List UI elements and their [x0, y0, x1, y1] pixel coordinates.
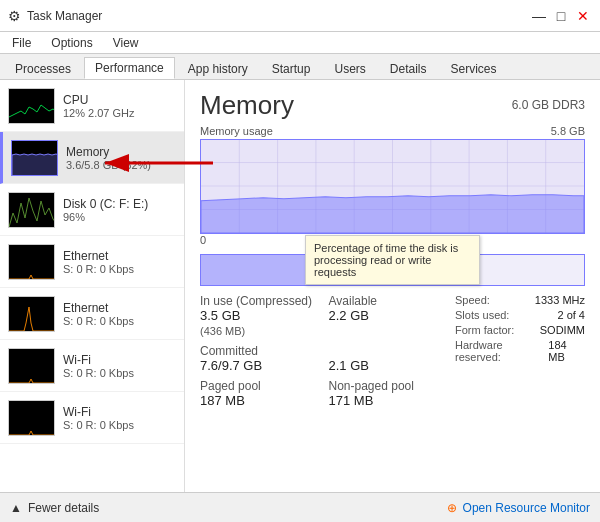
- wifi2-info: Wi-Fi S: 0 R: 0 Kbps: [63, 405, 176, 431]
- chevron-up-icon: ▲: [10, 501, 22, 515]
- memory-usage-section: Memory usage 5.8 GB: [200, 125, 585, 246]
- graph-max: 5.8 GB: [551, 125, 585, 139]
- wifi2-mini-graph: [8, 400, 55, 436]
- sidebar-item-memory[interactable]: Memory 3.6/5.8 GB (62%): [0, 132, 184, 184]
- disk-name: Disk 0 (C: F: E:): [63, 197, 176, 211]
- tab-startup[interactable]: Startup: [261, 57, 322, 79]
- panel-spec: 6.0 GB DDR3: [512, 98, 585, 112]
- maximize-button[interactable]: □: [552, 7, 570, 25]
- in-use-value: 3.5 GB (436 MB): [200, 308, 317, 338]
- title-icon: ⚙: [8, 8, 21, 24]
- minimize-button[interactable]: —: [530, 7, 548, 25]
- stats-container: In use (Compressed) 3.5 GB (436 MB) Avai…: [200, 294, 585, 408]
- open-monitor-label: Open Resource Monitor: [463, 501, 590, 515]
- form-factor-label: Form factor:: [455, 324, 514, 336]
- wifi1-name: Wi-Fi: [63, 353, 176, 367]
- speed-value: 1333 MHz: [535, 294, 585, 306]
- disk-info: Disk 0 (C: F: E:) 96%: [63, 197, 176, 223]
- form-factor-row: Form factor: SODIMM: [455, 324, 585, 336]
- nonpaged-label: Non-paged pool: [329, 379, 446, 393]
- sidebar-item-wifi1[interactable]: Wi-Fi S: 0 R: 0 Kbps: [0, 340, 184, 392]
- paged-pool-label: Paged pool: [200, 379, 317, 393]
- disk-value: 96%: [63, 211, 176, 223]
- stats-left: In use (Compressed) 3.5 GB (436 MB) Avai…: [200, 294, 445, 408]
- available-value: 2.2 GB: [329, 308, 446, 323]
- bottom-bar: ▲ Fewer details ⊕ Open Resource Monitor: [0, 492, 600, 522]
- close-button[interactable]: ✕: [574, 7, 592, 25]
- eth2-mini-graph: [8, 296, 55, 332]
- memory-mini-graph: [11, 140, 58, 176]
- tab-users[interactable]: Users: [323, 57, 376, 79]
- slots-label: Slots used:: [455, 309, 509, 321]
- eth2-info: Ethernet S: 0 R: 0 Kbps: [63, 301, 176, 327]
- fewer-details-label: Fewer details: [28, 501, 99, 515]
- eth1-name: Ethernet: [63, 249, 176, 263]
- cpu-value: 12% 2.07 GHz: [63, 107, 176, 119]
- title-bar-left: ⚙ Task Manager: [8, 8, 102, 24]
- hw-reserved-value: 184 MB: [548, 339, 585, 363]
- sidebar-item-disk[interactable]: Disk 0 (C: F: E:) 96%: [0, 184, 184, 236]
- wifi2-name: Wi-Fi: [63, 405, 176, 419]
- panel-header: Memory 6.0 GB DDR3: [200, 90, 585, 121]
- tooltip-text: Percentage of time the disk is processin…: [314, 242, 458, 278]
- wifi1-value: S: 0 R: 0 Kbps: [63, 367, 176, 379]
- wifi1-mini-graph: [8, 348, 55, 384]
- eth1-info: Ethernet S: 0 R: 0 Kbps: [63, 249, 176, 275]
- available-stat: Available 2.2 GB: [329, 294, 446, 338]
- monitor-icon: ⊕: [447, 501, 457, 515]
- in-use-stat: In use (Compressed) 3.5 GB (436 MB): [200, 294, 317, 338]
- form-factor-value: SODIMM: [540, 324, 585, 336]
- fewer-details-btn[interactable]: ▲ Fewer details: [10, 501, 99, 515]
- wifi1-info: Wi-Fi S: 0 R: 0 Kbps: [63, 353, 176, 379]
- menu-options[interactable]: Options: [47, 35, 96, 51]
- cpu-info: CPU 12% 2.07 GHz: [63, 93, 176, 119]
- committed-value: 7.6/9.7 GB: [200, 358, 317, 373]
- committed-label: Committed: [200, 344, 317, 358]
- sidebar-item-cpu[interactable]: CPU 12% 2.07 GHz: [0, 80, 184, 132]
- tab-app-history[interactable]: App history: [177, 57, 259, 79]
- main-content: CPU 12% 2.07 GHz Memory 3.6/5.8 GB (62%): [0, 80, 600, 492]
- paged-pool-stat: Paged pool 187 MB: [200, 379, 317, 408]
- disk-mini-graph: [8, 192, 55, 228]
- nonpaged-value: 171 MB: [329, 393, 446, 408]
- open-monitor-btn[interactable]: ⊕ Open Resource Monitor: [447, 501, 590, 515]
- blank-label: [329, 344, 446, 358]
- tab-bar: Processes Performance App history Startu…: [0, 54, 600, 80]
- graph-label-row: Memory usage 5.8 GB: [200, 125, 585, 139]
- tab-processes[interactable]: Processes: [4, 57, 82, 79]
- hw-reserved-row: Hardware reserved: 184 MB: [455, 339, 585, 363]
- tab-services[interactable]: Services: [440, 57, 508, 79]
- sidebar-item-eth2[interactable]: Ethernet S: 0 R: 0 Kbps: [0, 288, 184, 340]
- svg-marker-0: [12, 154, 58, 176]
- menu-bar: File Options View: [0, 32, 600, 54]
- svg-marker-13: [201, 195, 584, 233]
- eth1-value: S: 0 R: 0 Kbps: [63, 263, 176, 275]
- speed-row: Speed: 1333 MHz: [455, 294, 585, 306]
- in-use-label: In use (Compressed): [200, 294, 317, 308]
- right-panel: Memory 6.0 GB DDR3 Memory usage 5.8 GB: [185, 80, 600, 492]
- graph-label: Memory usage: [200, 125, 273, 137]
- sidebar-item-eth1[interactable]: Ethernet S: 0 R: 0 Kbps: [0, 236, 184, 288]
- stats-right: Speed: 1333 MHz Slots used: 2 of 4 Form …: [455, 294, 585, 408]
- tab-details[interactable]: Details: [379, 57, 438, 79]
- paged-pool-value: 187 MB: [200, 393, 317, 408]
- eth2-value: S: 0 R: 0 Kbps: [63, 315, 176, 327]
- sidebar-item-wifi2[interactable]: Wi-Fi S: 0 R: 0 Kbps: [0, 392, 184, 444]
- memory-info: Memory 3.6/5.8 GB (62%): [66, 145, 176, 171]
- nonpaged-pool-stat: Non-paged pool 171 MB: [329, 379, 446, 408]
- memory-usage-graph: [200, 139, 585, 234]
- slots-row: Slots used: 2 of 4: [455, 309, 585, 321]
- committed-stat: Committed 7.6/9.7 GB: [200, 344, 317, 373]
- tab-performance[interactable]: Performance: [84, 57, 175, 79]
- menu-file[interactable]: File: [8, 35, 35, 51]
- title-bar: ⚙ Task Manager — □ ✕: [0, 0, 600, 32]
- title-controls: — □ ✕: [530, 7, 592, 25]
- slots-value: 2 of 4: [557, 309, 585, 321]
- cpu-name: CPU: [63, 93, 176, 107]
- tooltip: Percentage of time the disk is processin…: [305, 235, 480, 285]
- speed-label: Speed:: [455, 294, 490, 306]
- memory-name: Memory: [66, 145, 176, 159]
- wifi2-value: S: 0 R: 0 Kbps: [63, 419, 176, 431]
- menu-view[interactable]: View: [109, 35, 143, 51]
- stats-grid: In use (Compressed) 3.5 GB (436 MB) Avai…: [200, 294, 445, 408]
